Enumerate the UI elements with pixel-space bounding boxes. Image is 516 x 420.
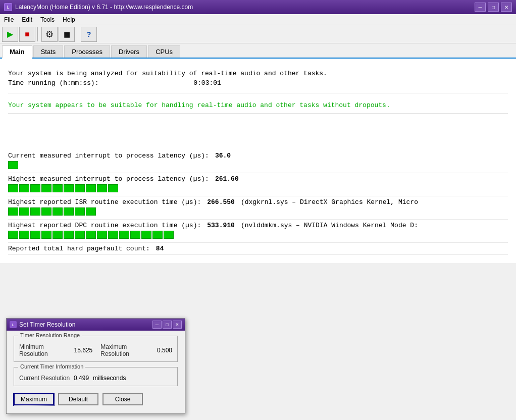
bar-seg-4 (41, 184, 51, 192)
dpc-seg-9 (97, 231, 107, 239)
metric-label-current: Current measured interrupt to process la… (8, 152, 209, 160)
metric-extra-isr: (dxgkrnl.sys – DirectX Graphics Kernel, … (241, 198, 418, 206)
status-line: Your system is being analyzed for suitab… (8, 70, 508, 77)
time-label: Time running (h:mm:ss): (8, 79, 98, 87)
bar-seg-5 (53, 184, 63, 192)
dpc-seg-4 (41, 231, 51, 239)
toolbar-separator (37, 27, 39, 41)
metric-label-highest: Highest measured interrupt to process la… (8, 175, 209, 183)
spacer (8, 118, 508, 148)
dpc-seg-11 (119, 231, 129, 239)
metric-label-isr: Highest reported ISR routine execution t… (8, 198, 201, 206)
bar-highest (8, 184, 508, 193)
dpc-seg-3 (30, 231, 40, 239)
metric-value-pagefault: 84 (156, 245, 164, 252)
metric-label-dpc: Highest reported DPC routine execution t… (8, 222, 201, 229)
title-bar-controls: ─ □ ✕ (475, 3, 512, 12)
main-content: Your system is being analyzed for suitab… (0, 59, 516, 263)
bar-seg-10 (108, 184, 118, 192)
minimize-button[interactable]: ─ (475, 3, 486, 12)
dpc-seg-2 (19, 231, 29, 239)
bar-seg-6 (64, 184, 74, 192)
tab-bar: Main Stats Processes Drivers CPUs (0, 43, 516, 59)
isr-seg-3 (30, 207, 40, 216)
bar-seg-8 (86, 184, 96, 192)
metrics-section: Current measured interrupt to process la… (8, 152, 508, 255)
metric-row-pagefault: Reported total hard pagefault count: 84 (8, 245, 508, 255)
isr-seg-5 (53, 207, 63, 216)
metric-row-isr: Highest reported ISR routine execution t… (8, 198, 508, 220)
title-bar: L LatencyMon (Home Edition) v 6.71 - htt… (0, 0, 516, 14)
menu-edit[interactable]: Edit (18, 15, 36, 24)
menu-help[interactable]: Help (59, 15, 79, 24)
metric-row-current: Current measured interrupt to process la… (8, 152, 508, 173)
isr-seg-2 (19, 207, 29, 216)
isr-seg-1 (8, 207, 18, 216)
metric-label-pagefault: Reported total hard pagefault count: (8, 245, 150, 252)
bar-current (8, 161, 508, 170)
bar-isr (8, 207, 508, 216)
isr-seg-6 (64, 207, 74, 216)
stop-button[interactable]: ■ (19, 27, 35, 42)
analyze-button[interactable]: ⚙ (41, 27, 58, 42)
tab-main[interactable]: Main (2, 45, 32, 59)
status-section: Your system is being analyzed for suitab… (8, 65, 508, 93)
tab-drivers[interactable]: Drivers (111, 45, 147, 58)
dpc-seg-13 (141, 231, 151, 239)
dpc-seg-12 (130, 231, 140, 239)
metric-value-dpc: 533.910 (207, 222, 235, 229)
bar-seg-9 (97, 184, 107, 192)
menu-bar: File Edit Tools Help (0, 14, 516, 25)
menu-tools[interactable]: Tools (36, 15, 59, 24)
time-line: Time running (h:mm:ss): 0:03:01 (8, 79, 508, 87)
dpc-seg-7 (75, 231, 85, 239)
help-button[interactable]: ? (81, 27, 97, 42)
isr-seg-4 (41, 207, 51, 216)
tab-cpus[interactable]: CPUs (148, 45, 180, 58)
metric-row-dpc: Highest reported DPC routine execution t… (8, 222, 508, 243)
metric-value-current: 36.0 (215, 152, 231, 160)
isr-seg-8 (86, 207, 96, 216)
green-status: Your system appears to be suitable for h… (8, 97, 508, 114)
bar-dpc (8, 230, 508, 239)
dpc-seg-6 (64, 231, 74, 239)
dpc-seg-15 (164, 231, 174, 239)
menu-file[interactable]: File (0, 15, 18, 24)
toolbar: ▶ ■ ⚙ ▦ ? (0, 25, 516, 43)
maximize-button[interactable]: □ (488, 3, 499, 12)
bar-seg-1 (8, 184, 18, 192)
time-value: 0:03:01 (193, 79, 221, 87)
dpc-seg-8 (86, 231, 96, 239)
toolbar-separator-2 (77, 27, 79, 41)
bar-seg-2 (19, 184, 29, 192)
bar-seg-7 (75, 184, 85, 192)
close-button[interactable]: ✕ (501, 3, 512, 12)
tab-processes[interactable]: Processes (64, 45, 110, 58)
tab-stats[interactable]: Stats (33, 45, 64, 58)
app-icon: L (4, 3, 12, 11)
app-title: LatencyMon (Home Edition) v 6.71 - http:… (15, 4, 475, 11)
report-button[interactable]: ▦ (59, 27, 75, 42)
metric-row-highest-measured: Highest measured interrupt to process la… (8, 175, 508, 196)
dpc-seg-5 (53, 231, 63, 239)
isr-seg-7 (75, 207, 85, 216)
dpc-seg-10 (108, 231, 118, 239)
metric-value-isr: 266.550 (207, 198, 235, 206)
metric-value-highest: 261.60 (215, 175, 239, 183)
bar-seg-3 (30, 184, 40, 192)
dpc-seg-1 (8, 231, 18, 239)
dpc-seg-14 (152, 231, 163, 239)
metric-extra-dpc: (nvlddmkm.sys – NVIDIA Windows Kernel Mo… (241, 222, 418, 229)
play-button[interactable]: ▶ (2, 27, 18, 42)
bar-segment (8, 161, 18, 169)
